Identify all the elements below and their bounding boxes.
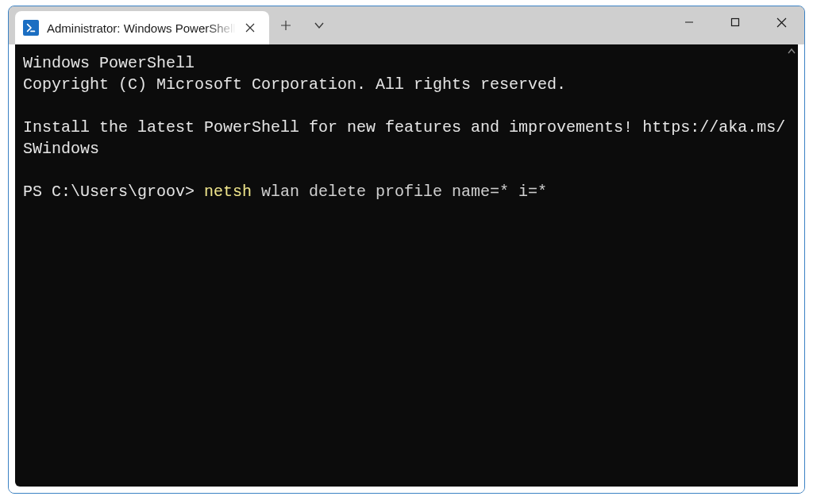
- tab-dropdown-button[interactable]: [302, 9, 336, 42]
- powershell-icon: [23, 20, 39, 36]
- tab-title: Administrator: Windows PowerShell: [47, 21, 236, 35]
- terminal-prompt-line: PS C:\Users\groov> netsh wlan delete pro…: [23, 181, 796, 202]
- minimize-button[interactable]: [666, 6, 712, 38]
- close-button[interactable]: [758, 6, 804, 38]
- tab-close-button[interactable]: [242, 20, 258, 36]
- tab-controls: [269, 6, 336, 44]
- terminal-line: Windows PowerShell: [23, 52, 796, 74]
- titlebar[interactable]: Administrator: Windows PowerShell: [9, 6, 804, 44]
- command-args: wlan delete profile name=* i=*: [252, 183, 547, 201]
- new-tab-button[interactable]: [269, 9, 302, 42]
- terminal-container: Windows PowerShellCopyright (C) Microsof…: [9, 44, 804, 493]
- terminal-line: Copyright (C) Microsoft Corporation. All…: [23, 74, 796, 95]
- terminal-output[interactable]: Windows PowerShellCopyright (C) Microsof…: [15, 44, 798, 487]
- tab-active[interactable]: Administrator: Windows PowerShell: [15, 11, 269, 44]
- window-controls: [666, 6, 804, 38]
- maximize-button[interactable]: [712, 6, 758, 38]
- terminal-window: Administrator: Windows PowerShell: [8, 6, 805, 494]
- prompt-text: PS C:\Users\groov>: [23, 183, 204, 201]
- scroll-up-icon[interactable]: [785, 44, 798, 59]
- svg-rect-0: [732, 19, 739, 26]
- terminal-line: [23, 160, 796, 181]
- command-keyword: netsh: [204, 183, 252, 201]
- terminal-line: [23, 95, 796, 117]
- scrollbar[interactable]: [785, 44, 798, 487]
- terminal-line: Install the latest PowerShell for new fe…: [23, 117, 796, 160]
